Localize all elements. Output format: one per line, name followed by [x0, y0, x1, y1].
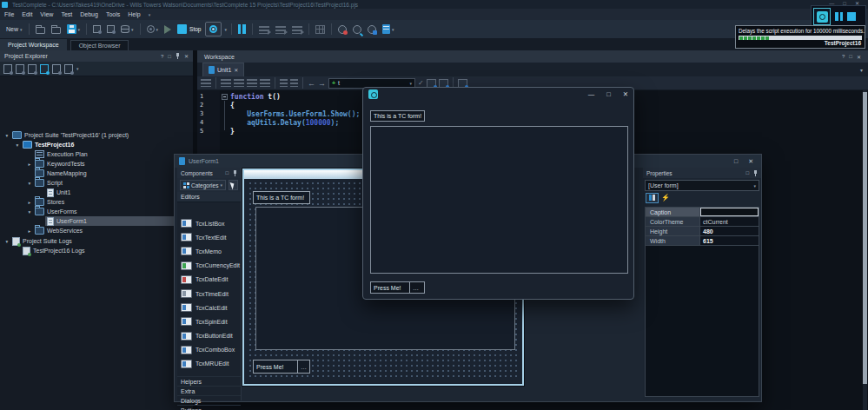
tree-row-unit1[interactable]: Unit1 — [0, 188, 189, 197]
run-test-caret-icon[interactable]: ▾ — [224, 27, 227, 32]
expander-icon[interactable]: ▸ — [26, 162, 33, 167]
group-buttons[interactable]: Buttons — [177, 405, 241, 410]
tree-row-testproject16-logs[interactable]: TestProject16 Logs — [0, 246, 189, 255]
component-tcxcombobox[interactable]: TcxComboBox — [177, 343, 241, 357]
property-row-colortheme[interactable]: ColorTheme ctCurrent — [646, 217, 759, 227]
tree-row-execution-plan[interactable]: Execution Plan — [0, 149, 189, 159]
breakpoint-list-icon[interactable] — [439, 79, 448, 88]
step-over-button[interactable] — [257, 23, 271, 36]
components-maximize-icon[interactable]: □ — [225, 170, 229, 175]
tree-row-project-suite[interactable]: ▾ Project Suite 'TestProject16' (1 proje… — [0, 130, 189, 140]
show-hints-icon[interactable] — [280, 79, 288, 87]
component-tcxspinedit[interactable]: TcxSpinEdit — [177, 314, 241, 328]
width-value-field[interactable]: 615 — [700, 236, 759, 245]
menubar-overflow-icon[interactable]: ▾ — [149, 12, 151, 17]
navigate-forward-icon[interactable]: → — [318, 79, 326, 88]
tree-row-script[interactable]: ▾ Script + — [0, 178, 189, 188]
menu-view[interactable]: View — [40, 11, 53, 17]
menu-debug[interactable]: Debug — [80, 11, 98, 17]
undo-format-icon[interactable] — [260, 79, 270, 87]
evaluate-button[interactable] — [314, 23, 327, 36]
navigate-back-icon[interactable]: ← — [308, 79, 315, 88]
add-new-item-icon[interactable] — [3, 64, 12, 74]
dialog-maximize-button[interactable]: □ — [606, 90, 611, 98]
tree-row-testproject16[interactable]: ▾ TestProject16 — [0, 140, 189, 149]
menu-file[interactable]: File — [4, 11, 14, 17]
dialog-memo[interactable] — [370, 126, 628, 274]
group-extra[interactable]: Extra — [177, 386, 241, 395]
open-button[interactable] — [34, 23, 47, 36]
expander-icon[interactable]: ▾ — [3, 239, 10, 244]
data-settings-button[interactable]: ▾ — [119, 23, 136, 36]
run-test-button[interactable] — [205, 22, 222, 36]
save-all-button[interactable]: ▾ — [65, 23, 83, 36]
tree-row-namemapping[interactable]: NameMapping — [0, 169, 189, 178]
dialog-title-bar[interactable]: — □ ✕ — [363, 88, 633, 100]
dialog-textedit[interactable]: This is a TC form! — [370, 110, 425, 122]
expander-icon[interactable]: ▾ — [14, 142, 21, 148]
explorer-toolbar-caret-icon[interactable]: ▾ — [76, 66, 79, 71]
property-row-caption[interactable]: Caption — [646, 208, 759, 217]
workspace-maximize-icon[interactable]: □ — [849, 54, 852, 59]
categories-button[interactable]: Categories ▾ — [180, 180, 226, 190]
expander-icon[interactable]: ▾ — [26, 181, 33, 186]
add-new-file-icon[interactable] — [16, 64, 24, 74]
editor-scrollbar[interactable] — [863, 90, 867, 410]
indicator-testcomplete-button[interactable] — [813, 8, 831, 25]
ellipsis-button[interactable]: … — [297, 360, 309, 373]
component-tcxtimeedit[interactable]: TcxTimeEdit — [177, 287, 241, 301]
stop-button[interactable]: Stop — [176, 23, 202, 36]
workspace-help-icon[interactable]: ? — [842, 54, 845, 59]
debug-inspect-button[interactable] — [351, 23, 363, 36]
component-tcxbuttonedit[interactable]: TcxButtonEdit — [177, 329, 241, 343]
indicator-pause-button[interactable] — [835, 12, 843, 21]
group-dialogs[interactable]: Dialogs — [177, 395, 241, 405]
tab-unit1[interactable]: Unit1 ✕ — [202, 63, 244, 76]
expander-icon[interactable]: ▸ — [26, 200, 33, 205]
hide-hints-icon[interactable] — [290, 79, 298, 87]
debug-breakpoint-button[interactable] — [336, 23, 348, 36]
tree-row-stores[interactable]: ▸ Stores — [0, 197, 189, 207]
indicator-stop-button[interactable] — [847, 12, 856, 21]
select-cursor-button[interactable] — [229, 180, 238, 190]
menu-edit[interactable]: Edit — [22, 11, 32, 17]
fold-toggle-icon[interactable] — [222, 94, 228, 100]
height-value-field[interactable]: 480 — [700, 227, 759, 235]
close-project-button[interactable] — [50, 23, 63, 36]
tab-object-browser[interactable]: Object Browser — [70, 40, 129, 50]
format-icon[interactable] — [247, 79, 257, 87]
tree-row-userform1[interactable]: UserForm1 — [0, 216, 189, 226]
dialog-ellipsis-button[interactable]: … — [409, 282, 421, 293]
tree-row-project-suite-logs[interactable]: ▾ Project Suite Logs — [0, 236, 189, 246]
components-pin-icon[interactable] — [233, 170, 237, 176]
step-into-button[interactable] — [274, 23, 288, 36]
component-tcxlistbox[interactable]: TcxListBox — [177, 216, 241, 230]
component-tcxcurrencyedit[interactable]: TcxCurrencyEdit — [177, 259, 241, 273]
new-button[interactable]: New ▾ — [4, 23, 24, 36]
property-row-height[interactable]: Height 480 — [646, 227, 759, 236]
explorer-help-icon[interactable]: ? — [161, 54, 163, 59]
menu-tools[interactable]: Tools — [106, 11, 120, 17]
properties-pin-icon[interactable] — [753, 170, 758, 176]
execution-plan-icon[interactable] — [40, 64, 49, 74]
designer-close-button[interactable]: ✕ — [748, 158, 753, 165]
workspace-close-icon[interactable]: ✕ — [857, 54, 861, 60]
organize-item-button[interactable] — [105, 23, 116, 36]
step-out-button[interactable] — [290, 23, 304, 36]
tab-close-icon[interactable]: ✕ — [234, 67, 238, 73]
expander-icon[interactable]: ▾ — [3, 133, 10, 138]
comment-block-icon[interactable] — [201, 79, 211, 87]
tree-row-webservices[interactable]: ▸ WebServices — [0, 226, 189, 235]
dialog-close-button[interactable]: ✕ — [623, 90, 628, 98]
editor-panel-icon[interactable] — [458, 79, 467, 88]
properties-maximize-icon[interactable]: □ — [745, 170, 749, 175]
pause-button[interactable] — [236, 23, 248, 36]
component-tcxdateedit[interactable]: TcxDateEdit — [177, 273, 241, 287]
explorer-pin-icon[interactable] — [176, 53, 180, 59]
explorer-close-icon[interactable]: ✕ — [184, 53, 189, 59]
run-button[interactable] — [162, 23, 173, 36]
scrollbar-thumb[interactable] — [863, 92, 867, 384]
component-tcxmemo[interactable]: TcxMemo — [177, 244, 241, 258]
component-tcxcalcedit[interactable]: TcxCalcEdit — [177, 301, 241, 314]
designer-maximize-button[interactable]: □ — [734, 158, 738, 165]
